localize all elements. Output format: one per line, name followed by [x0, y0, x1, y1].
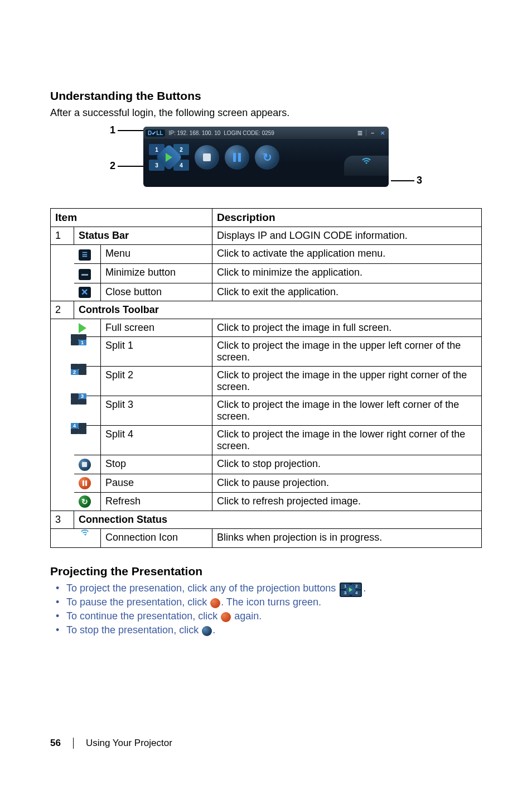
pause-icon	[79, 477, 91, 489]
refresh-label: Refresh	[101, 492, 212, 511]
split1-label: Split 1	[101, 337, 212, 367]
empty-cell	[51, 528, 74, 547]
stop-button[interactable]	[195, 145, 219, 170]
menu-label: Menu	[101, 245, 212, 264]
empty-cell	[51, 283, 74, 301]
callout-1-line	[118, 130, 143, 131]
table-row: 2 Controls Toolbar	[51, 301, 482, 319]
bullet-stop: To stop the presentation, click .	[56, 624, 482, 636]
minimize-icon	[79, 269, 91, 280]
table-row: 4 Split 4 Click to project the image in …	[51, 426, 482, 455]
close-icon: ✕	[79, 287, 91, 298]
table-row: 3 Connection Status	[51, 511, 482, 528]
stop-desc: Click to stop projection.	[212, 455, 482, 474]
table-row: Full screen Click to project the image i…	[51, 319, 482, 337]
menu-icon: ☰	[79, 249, 91, 261]
play-icon	[79, 323, 86, 333]
minimize-desc: Click to minimize the application.	[212, 263, 482, 283]
connection-icon	[360, 161, 373, 170]
connection-icon-desc: Blinks when projection is in progress.	[212, 528, 482, 547]
split3-label: Split 3	[101, 396, 212, 426]
callout-2-label: 2	[110, 160, 115, 172]
bullet-project: To project the presenation, click any of…	[56, 583, 482, 594]
connection-status-label: Connection Status	[74, 511, 482, 528]
split4-label: Split 4	[101, 426, 212, 455]
row-num: 3	[51, 511, 74, 528]
split2-label: Split 2	[101, 367, 212, 396]
status-ip: IP: 192. 168. 100. 10	[168, 130, 220, 136]
split2-desc: Click to project the image in the upper …	[212, 367, 482, 396]
close-label: Close button	[101, 283, 212, 301]
heading-projecting-presentation: Projecting the Presentation	[50, 565, 482, 578]
th-item: Item	[51, 209, 212, 227]
connection-icon-label: Connection Icon	[101, 528, 212, 547]
callout-3-line	[391, 180, 414, 181]
table-row: 3 Split 3 Click to project the image in …	[51, 396, 482, 426]
pause-icon	[210, 598, 220, 608]
table-row: 1 Status Bar Displays IP and LOGIN CODE …	[51, 227, 482, 245]
table-row: 2 Split 2 Click to project the image in …	[51, 367, 482, 396]
table-row: Pause Click to pause projection.	[51, 474, 482, 492]
pause-icon	[233, 153, 241, 162]
table-row: Minimize button Click to minimize the ap…	[51, 263, 482, 283]
callout-1-label: 1	[110, 124, 115, 136]
bullet4-text-a: To stop the presentation, click	[66, 624, 201, 636]
page-footer: 56 Using Your Projector	[50, 738, 172, 749]
stop-icon	[202, 626, 212, 636]
bullet1-text-b: .	[363, 583, 366, 594]
menu-icon[interactable]: ☰	[356, 129, 364, 137]
bullet-pause: To pause the presentation, click . The i…	[56, 596, 482, 608]
brand-logo: D✔LL	[146, 129, 165, 137]
fullscreen-label: Full screen	[101, 319, 212, 337]
bullet-list: To project the presenation, click any of…	[50, 583, 482, 636]
row-num: 2	[51, 301, 74, 319]
intro-text: After a successful login, the following …	[50, 107, 482, 119]
refresh-button[interactable]: ↻	[255, 145, 279, 170]
stop-label: Stop	[101, 455, 212, 474]
refresh-desc: Click to refresh projected image.	[212, 492, 482, 511]
table-row: ↻ Refresh Click to refresh projected ima…	[51, 492, 482, 511]
connection-icon	[79, 532, 91, 542]
empty-cell	[51, 474, 74, 492]
status-bar: D✔LL IP: 192. 168. 100. 10 LOGIN CODE: 0…	[143, 127, 389, 139]
heading-understanding-buttons: Understanding the Buttons	[50, 89, 482, 103]
minimize-icon[interactable]: –	[369, 129, 376, 137]
bullet1-text-a: To project the presenation, click any of…	[66, 583, 338, 594]
table-row: Stop Click to stop projection.	[51, 455, 482, 474]
pause-button[interactable]	[225, 145, 249, 170]
close-icon[interactable]: ✕	[379, 129, 386, 137]
callout-3-label: 3	[417, 175, 422, 186]
table-row: ☰ Menu Click to activate the application…	[51, 245, 482, 264]
empty-cell	[51, 492, 74, 511]
empty-cell	[51, 245, 74, 264]
table-row: ✕ Close button Click to exit the applica…	[51, 283, 482, 301]
row-num: 1	[51, 227, 74, 245]
minimize-label: Minimize button	[101, 263, 212, 283]
empty-cell	[51, 455, 74, 474]
projection-buttons-icon: 1234	[340, 583, 362, 597]
pause-label: Pause	[101, 474, 212, 492]
bullet3-text-a: To continue the presentation, click	[66, 610, 220, 622]
connection-status-area	[344, 156, 389, 176]
status-bar-desc: Displays IP and LOGIN CODE information.	[212, 227, 482, 245]
bullet2-text-b: . The icon turns green.	[221, 596, 321, 608]
menu-desc: Click to activate the application menu.	[212, 245, 482, 264]
fullscreen-desc: Click to project the image in full scree…	[212, 319, 482, 337]
footer-divider	[73, 738, 74, 749]
refresh-icon: ↻	[79, 495, 91, 508]
split3-desc: Click to project the image in the lower …	[212, 396, 482, 426]
buttons-table: Item Description 1 Status Bar Displays I…	[50, 208, 482, 548]
table-row: 1 Split 1 Click to project the image in …	[51, 337, 482, 367]
table-row: Connection Icon Blinks when projection i…	[51, 528, 482, 547]
app-screenshot: 1 2 3 D✔LL IP: 192. 168. 100. 10 LOGIN C…	[110, 127, 422, 192]
figure-wrap: 1 2 3 D✔LL IP: 192. 168. 100. 10 LOGIN C…	[50, 127, 482, 192]
th-description: Description	[212, 209, 482, 227]
titlebar-divider	[366, 129, 366, 136]
stop-icon	[203, 153, 211, 161]
status-bar-label: Status Bar	[74, 227, 212, 245]
projection-grid[interactable]: 1 2 3 4	[149, 144, 189, 171]
pause-desc: Click to pause projection.	[212, 474, 482, 492]
app-panel: D✔LL IP: 192. 168. 100. 10 LOGIN CODE: 0…	[143, 127, 389, 187]
empty-cell	[51, 263, 74, 283]
controls-toolbar: 1 2 3 4 ↻	[143, 139, 389, 176]
